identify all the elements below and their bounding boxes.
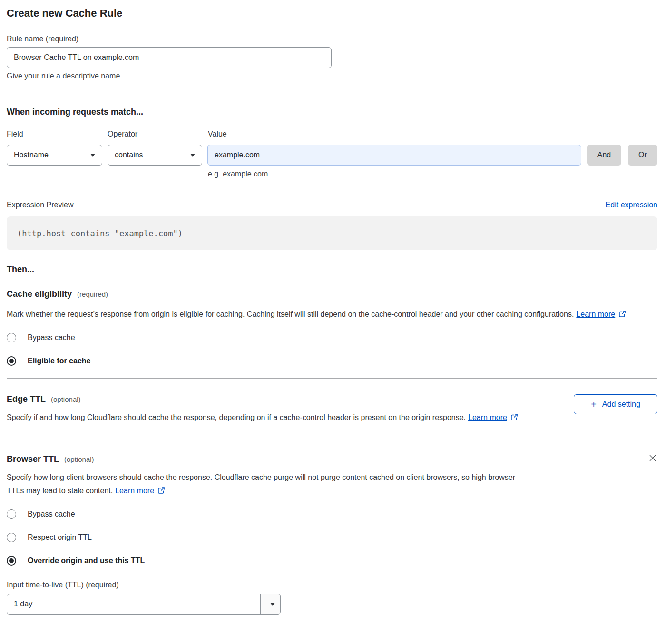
then-heading: Then... bbox=[7, 264, 657, 274]
rule-name-input[interactable] bbox=[7, 47, 332, 68]
browser-ttl-description: Specify how long client browsers should … bbox=[7, 471, 523, 498]
radio-respect-origin-ttl[interactable]: Respect origin TTL bbox=[7, 533, 657, 542]
edge-ttl-title: Edge TTL (optional) bbox=[7, 394, 529, 404]
browser-ttl-title: Browser TTL (optional) bbox=[7, 454, 648, 464]
radio-override-origin-ttl[interactable]: Override origin and use this TTL bbox=[7, 556, 657, 566]
section-divider bbox=[7, 438, 657, 438]
match-condition-row: Hostname contains And Or bbox=[7, 145, 657, 166]
edge-ttl-learn-more-link[interactable]: Learn more bbox=[468, 413, 507, 421]
field-select-value: Hostname bbox=[14, 151, 49, 159]
operator-select-value: contains bbox=[115, 151, 143, 159]
expression-preview-code: (http.host contains "example.com") bbox=[7, 216, 657, 250]
radio-icon bbox=[7, 356, 16, 366]
expression-header-row: Expression Preview Edit expression bbox=[7, 200, 657, 209]
cache-eligibility-title: Cache eligibility (required) bbox=[7, 289, 657, 299]
radio-icon bbox=[7, 533, 16, 542]
radio-icon bbox=[7, 509, 16, 519]
radio-label: Bypass cache bbox=[28, 509, 75, 519]
field-column-label: Field bbox=[7, 129, 108, 138]
cache-eligibility-description: Mark whether the request’s response from… bbox=[7, 308, 646, 322]
radio-icon bbox=[7, 333, 16, 342]
edge-ttl-description: Specify if and how long Cloudflare shoul… bbox=[7, 411, 529, 425]
chevron-down-icon bbox=[190, 154, 195, 157]
expression-preview-label: Expression Preview bbox=[7, 200, 74, 209]
page-title: Create new Cache Rule bbox=[7, 7, 657, 20]
cache-eligibility-learn-more-link[interactable]: Learn more bbox=[576, 310, 615, 318]
value-input[interactable] bbox=[207, 145, 581, 166]
edge-ttl-title-text: Edge TTL bbox=[7, 394, 46, 404]
add-setting-button[interactable]: + Add setting bbox=[574, 394, 657, 414]
edge-ttl-description-text: Specify if and how long Cloudflare shoul… bbox=[7, 413, 466, 421]
add-setting-label: Add setting bbox=[602, 400, 640, 409]
operator-column-label: Operator bbox=[108, 129, 208, 138]
cache-eligibility-title-text: Cache eligibility bbox=[7, 289, 72, 299]
ttl-input-label: Input time-to-live (TTL) (required) bbox=[7, 580, 657, 589]
radio-eligible-for-cache[interactable]: Eligible for cache bbox=[7, 356, 657, 366]
match-column-labels: Field Operator Value bbox=[7, 129, 657, 138]
plus-icon: + bbox=[591, 400, 597, 409]
edge-ttl-section: Edge TTL (optional) Specify if and how l… bbox=[7, 394, 657, 425]
chevron-down-icon bbox=[270, 603, 275, 606]
browser-ttl-header: Browser TTL (optional) bbox=[7, 454, 657, 464]
optional-tag: (optional) bbox=[51, 395, 81, 403]
cache-eligibility-description-text: Mark whether the request’s response from… bbox=[7, 310, 574, 318]
radio-label: Respect origin TTL bbox=[28, 533, 92, 542]
radio-label: Eligible for cache bbox=[28, 356, 90, 366]
rule-name-help: Give your rule a descriptive name. bbox=[7, 71, 657, 80]
radio-icon bbox=[7, 556, 16, 566]
browser-ttl-description-text: Specify how long client browsers should … bbox=[7, 473, 515, 495]
rule-name-label: Rule name (required) bbox=[7, 34, 657, 43]
section-divider bbox=[7, 94, 657, 94]
optional-tag: (optional) bbox=[64, 455, 94, 463]
and-button[interactable]: And bbox=[587, 145, 621, 166]
close-icon[interactable] bbox=[648, 453, 657, 464]
value-help: e.g. example.com bbox=[208, 169, 657, 178]
radio-bypass-cache[interactable]: Bypass cache bbox=[7, 333, 657, 342]
external-link-icon bbox=[510, 412, 518, 425]
radio-label: Override origin and use this TTL bbox=[28, 556, 145, 566]
or-button[interactable]: Or bbox=[628, 145, 657, 166]
browser-ttl-learn-more-link[interactable]: Learn more bbox=[115, 487, 154, 495]
radio-label: Bypass cache bbox=[28, 333, 75, 342]
create-cache-rule-form: Create new Cache Rule Rule name (require… bbox=[7, 7, 657, 615]
match-heading: When incoming requests match... bbox=[7, 107, 657, 117]
edit-expression-link[interactable]: Edit expression bbox=[606, 201, 657, 209]
radio-bypass-cache[interactable]: Bypass cache bbox=[7, 509, 657, 519]
cache-eligibility-radio-group: Bypass cache Eligible for cache bbox=[7, 333, 657, 366]
value-column-label: Value bbox=[208, 129, 227, 138]
external-link-icon bbox=[618, 309, 626, 322]
ttl-select[interactable]: 1 day bbox=[7, 594, 281, 615]
ttl-select-value: 1 day bbox=[7, 594, 260, 614]
external-link-icon bbox=[157, 485, 165, 498]
chevron-down-icon bbox=[90, 154, 95, 157]
section-divider bbox=[7, 378, 657, 379]
operator-select[interactable]: contains bbox=[108, 145, 202, 166]
field-select[interactable]: Hostname bbox=[7, 145, 102, 166]
required-tag: (required) bbox=[77, 290, 108, 298]
browser-ttl-radio-group: Bypass cache Respect origin TTL Override… bbox=[7, 509, 657, 566]
browser-ttl-title-text: Browser TTL bbox=[7, 454, 59, 464]
